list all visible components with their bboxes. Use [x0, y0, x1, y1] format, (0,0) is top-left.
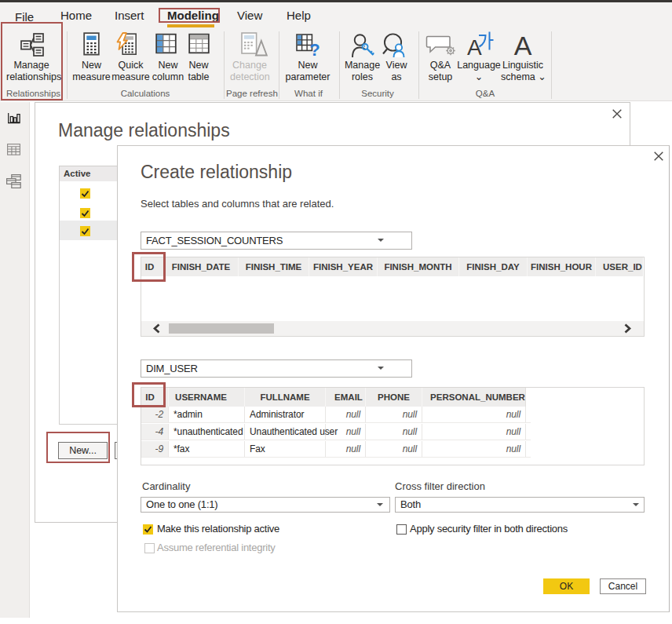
svg-text:?: ? [309, 40, 320, 57]
svg-text:A: A [514, 31, 532, 57]
